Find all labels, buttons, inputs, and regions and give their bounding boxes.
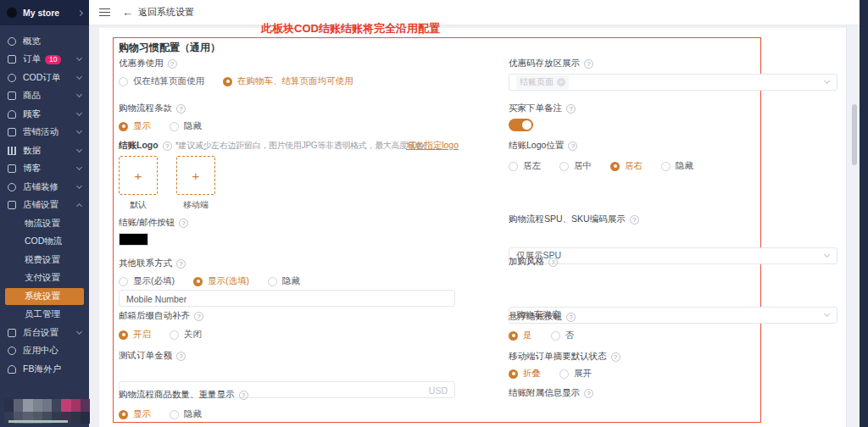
sidebar-item-system-settings[interactable]: 系统设置 (5, 288, 84, 305)
store-settings-icon (8, 201, 16, 209)
window-edge (860, 0, 868, 427)
help-icon[interactable] (194, 312, 203, 321)
remove-tag-icon[interactable] (557, 78, 565, 86)
buyer-note-row (509, 119, 837, 131)
radio-yes[interactable]: 是 (509, 330, 532, 341)
sidebar-item-cod-logistics[interactable]: COD物流 (0, 233, 89, 252)
sidebar-item-blog[interactable]: 博客 (0, 160, 89, 179)
help-icon[interactable] (179, 219, 188, 228)
sidebar-item-cod-orders[interactable]: COD订单 (0, 69, 89, 87)
radio-show[interactable]: 显示 (119, 120, 151, 132)
radio-hide[interactable]: 隐藏 (170, 120, 202, 132)
radio-checkout-only[interactable]: 仅在结算页面使用 (119, 75, 204, 87)
help-icon[interactable] (566, 313, 576, 322)
help-icon[interactable] (176, 259, 186, 269)
help-icon[interactable] (568, 141, 577, 151)
sidebar-item-orders[interactable]: 订单 10 (0, 51, 89, 69)
help-icon[interactable] (176, 104, 186, 114)
upload-mobile-button[interactable] (176, 156, 215, 195)
radio-show[interactable]: 显示 (119, 408, 151, 420)
email-suffix-label: 邮箱后缀自动补齐 (119, 310, 455, 322)
selected-tag: 结账页面 (516, 75, 569, 89)
help-icon[interactable] (176, 352, 186, 361)
help-icon[interactable] (630, 215, 639, 225)
sidebar-item-products[interactable]: 商品 (0, 87, 89, 106)
radio-cart-and-checkout[interactable]: 在购物车、结算页面均可使用 (223, 75, 353, 87)
sidebar-item-app-center[interactable]: 应用中心 (0, 342, 89, 361)
chevron-right-icon (77, 9, 83, 15)
radio-icon (559, 162, 569, 171)
help-icon[interactable] (548, 258, 558, 267)
sidebar-item-marketing[interactable]: 营销活动 (0, 124, 89, 142)
spu-sku-label: 购物流程SPU、SKU编码展示 (509, 214, 837, 225)
help-icon[interactable] (584, 59, 593, 69)
sidebar-item-overview[interactable]: 概览 (0, 32, 89, 51)
checkout-logo-hint: *建议减少左右边距留白，图片使用JPG等非透明格式，最大高度60px (175, 140, 426, 152)
upload-default-button[interactable] (119, 156, 158, 195)
help-icon[interactable] (168, 59, 177, 69)
upload-mobile-wrap: 移动端 (176, 156, 215, 211)
radio-show-required[interactable]: 显示(必填) (119, 275, 175, 287)
sidebar-item-fb-overseas[interactable]: FB海外户 (0, 360, 89, 379)
radio-align-center[interactable]: 居中 (559, 160, 592, 172)
menu-toggle-icon[interactable] (99, 8, 110, 16)
help-icon[interactable] (566, 104, 576, 114)
radio-collapsed[interactable]: 折叠 (509, 368, 541, 380)
sidebar-nav: 概览 订单 10 COD订单 商品 顾客 (0, 32, 89, 379)
radio-hide[interactable]: 隐藏 (268, 275, 300, 287)
topbar: ← 返回系统设置 (89, 0, 860, 25)
radio-no[interactable]: 否 (551, 330, 575, 341)
color-swatch[interactable] (119, 233, 148, 246)
sidebar-item-backend-settings[interactable]: 后台设置 (0, 324, 89, 342)
buyer-note-toggle[interactable] (509, 119, 533, 131)
radio-on[interactable]: 开启 (119, 329, 151, 341)
scrollbar-thumb[interactable] (852, 104, 857, 165)
radio-icon (119, 77, 128, 86)
radio-align-left[interactable]: 居左 (509, 160, 541, 172)
coupon-area-select[interactable]: 结账页面 (509, 74, 837, 91)
radio-off[interactable]: 关闭 (170, 329, 202, 341)
radio-icon (119, 410, 128, 419)
other-contact-options: 显示(必填) 显示(选填) 隐藏 (119, 275, 455, 287)
radio-icon (119, 277, 128, 286)
sidebar-item-store-decoration[interactable]: 店铺装修 (0, 178, 89, 197)
radio-hide[interactable]: 隐藏 (170, 408, 202, 420)
backend-settings-icon (8, 329, 16, 337)
radio-icon (559, 369, 569, 379)
sidebar-item-logistics-settings[interactable]: 物流设置 (0, 214, 89, 233)
sidebar-item-staff-management[interactable]: 员工管理 (0, 306, 89, 324)
sidebar-item-customers[interactable]: 顾客 (0, 105, 89, 124)
back-button[interactable]: ← 返回系统设置 (122, 6, 194, 19)
radio-hide[interactable]: 隐藏 (661, 160, 693, 172)
sidebar-item-payment-settings[interactable]: 支付设置 (0, 269, 89, 288)
radio-align-right[interactable]: 居右 (610, 160, 643, 172)
chevron-down-icon (76, 110, 82, 116)
overview-icon (8, 37, 16, 46)
orders-count-badge: 10 (45, 55, 61, 64)
page: My store 概览 订单 10 COD订单 商品 (0, 0, 868, 427)
button-color-label: 结账/邮件按钮 (119, 217, 455, 229)
radio-expanded[interactable]: 展开 (559, 368, 592, 380)
logo-position-label: 结账Logo位置 (509, 140, 837, 152)
chevron-down-icon (76, 55, 82, 61)
contact-input-wrap (119, 290, 455, 307)
radio-icon (170, 410, 179, 419)
domain-logo-link[interactable]: 域名指定logo (406, 140, 459, 152)
chevron-down-icon (76, 74, 82, 80)
contact-field-input[interactable] (120, 291, 454, 307)
scrollbar-track (846, 25, 860, 427)
radio-icon (661, 162, 670, 171)
help-icon[interactable] (163, 141, 172, 151)
help-icon[interactable] (611, 352, 620, 362)
radio-show-optional[interactable]: 显示(选填) (193, 275, 249, 287)
coupon-area-label: 优惠码存放区展示 (509, 58, 837, 69)
help-icon[interactable] (584, 389, 593, 398)
orders-icon (8, 55, 16, 64)
help-icon[interactable] (239, 391, 248, 400)
chevron-down-icon (76, 164, 82, 170)
sidebar-item-analytics[interactable]: 数据 (0, 141, 89, 160)
chevron-down-icon (76, 92, 82, 97)
store-switcher[interactable]: My store (0, 0, 89, 25)
sidebar-item-tax-settings[interactable]: 税费设置 (0, 251, 89, 269)
sidebar-item-store-settings[interactable]: 店铺设置 (0, 197, 89, 215)
